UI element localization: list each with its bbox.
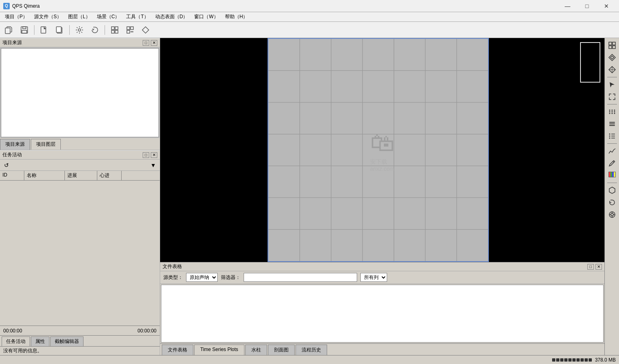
file-table-close[interactable]: ✕ xyxy=(595,264,602,270)
svg-rect-3 xyxy=(22,30,27,33)
status-dot-10 xyxy=(589,358,592,362)
maximize-button[interactable]: □ xyxy=(578,0,596,12)
app-title: QPS Qimera xyxy=(12,3,40,9)
status-dots xyxy=(552,358,592,362)
svg-line-57 xyxy=(613,162,614,163)
task-activity-header: 任务活动 □ ✕ xyxy=(0,150,160,160)
right-toolbar xyxy=(604,38,619,355)
tab-process-history[interactable]: 流程历史 xyxy=(296,345,327,355)
col-progress: 进展 xyxy=(65,171,97,180)
menu-help[interactable]: 帮助（H） xyxy=(222,12,251,21)
tab-project-source[interactable]: 项目来源 xyxy=(0,139,30,150)
left-status: 没有可用的信息。 xyxy=(0,346,160,355)
project-source-close[interactable]: ✕ xyxy=(151,40,157,46)
tab-file-table[interactable]: 文件表格 xyxy=(162,345,193,355)
task-refresh-btn[interactable]: ↺ xyxy=(2,161,11,170)
svg-point-40 xyxy=(611,110,613,111)
file-table-float[interactable]: □ xyxy=(587,264,594,270)
svg-rect-50 xyxy=(609,125,615,126)
tab-task-activity[interactable]: 任务活动 xyxy=(2,336,30,346)
menu-dynamic[interactable]: 动态表面（D） xyxy=(152,12,191,21)
viewport[interactable]: 🛍 安下载anxz.com xyxy=(160,38,604,262)
status-right: 378.0 MB xyxy=(552,357,616,363)
time-start: 00:00:00 xyxy=(3,328,22,334)
svg-marker-16 xyxy=(142,27,149,33)
status-bar: 378.0 MB xyxy=(0,355,619,364)
svg-rect-33 xyxy=(613,46,615,49)
rt-diamond-btn[interactable] xyxy=(606,52,618,63)
rt-dots2-btn[interactable] xyxy=(606,118,618,130)
rt-dots-btn[interactable] xyxy=(606,106,618,117)
task-table-header: ID 名称 进展 心进 xyxy=(0,171,160,181)
rt-link-btn[interactable] xyxy=(606,209,618,220)
menu-source[interactable]: 源文件（S） xyxy=(31,12,65,21)
toolbar-new[interactable] xyxy=(37,23,51,36)
status-dot-1 xyxy=(552,358,555,362)
rt-palette-btn[interactable] xyxy=(606,170,618,181)
toolbar-sep-1 xyxy=(34,25,34,35)
source-type-select[interactable]: 原始声纳 xyxy=(186,273,218,282)
toolbar-diamond[interactable] xyxy=(138,23,153,36)
toolbar-sep-3 xyxy=(105,25,105,35)
svg-rect-17 xyxy=(268,39,488,261)
rt-chart-btn[interactable] xyxy=(606,145,618,157)
task-menu-btn[interactable]: ▼ xyxy=(148,161,158,170)
svg-rect-6 xyxy=(56,27,61,32)
project-source-float[interactable]: □ xyxy=(143,40,149,46)
toolbar xyxy=(0,22,619,38)
rt-cross-btn[interactable] xyxy=(606,64,618,75)
tab-frame-editor[interactable]: 截帧编辑器 xyxy=(50,336,84,346)
status-text: 没有可用的信息。 xyxy=(3,348,42,353)
status-dot-2 xyxy=(556,358,559,362)
menu-window[interactable]: 窗口（W） xyxy=(191,12,221,21)
toolbar-grid[interactable] xyxy=(107,23,122,36)
tab-properties[interactable]: 属性 xyxy=(31,336,49,346)
status-dot-9 xyxy=(585,358,588,362)
tab-water-column[interactable]: 水柱 xyxy=(245,345,267,355)
svg-rect-49 xyxy=(609,123,615,124)
task-activity-float[interactable]: □ xyxy=(143,152,149,158)
toolbar-sep-2 xyxy=(69,25,70,35)
rt-pencil-btn[interactable] xyxy=(606,158,618,169)
task-table: ID 名称 进展 心进 xyxy=(0,171,160,326)
rt-dots3-btn[interactable] xyxy=(606,130,618,142)
columns-select[interactable]: 所有列 xyxy=(360,273,387,282)
tab-profile[interactable]: 剖面图 xyxy=(268,345,295,355)
toolbar-settings[interactable] xyxy=(72,23,87,36)
tab-time-series[interactable]: Time Series Plots xyxy=(194,345,244,355)
toolbar-open[interactable] xyxy=(2,23,16,36)
task-activity-controls: □ ✕ xyxy=(143,152,157,158)
status-dot-5 xyxy=(568,358,572,362)
rt-sep-2 xyxy=(607,104,617,104)
minimize-button[interactable]: — xyxy=(558,0,577,12)
menu-bar: 项目（P） 源文件（S） 图层（L） 场景（C） 工具（T） 动态表面（D） 窗… xyxy=(0,12,619,22)
rt-sep-1 xyxy=(607,77,617,77)
menu-project[interactable]: 项目（P） xyxy=(2,12,31,21)
svg-marker-63 xyxy=(609,187,615,194)
task-activity-close[interactable]: ✕ xyxy=(151,152,157,158)
toolbar-save[interactable] xyxy=(17,23,32,36)
toolbar-minus-grid[interactable] xyxy=(123,23,137,36)
menu-layer[interactable]: 图层（L） xyxy=(65,12,94,21)
file-table-panel: 文件表格 □ ✕ 源类型： 原始声纳 筛选器： 所有列 文件 xyxy=(160,262,604,355)
filter-input[interactable] xyxy=(244,273,357,282)
svg-point-55 xyxy=(609,138,610,139)
file-table-title: 文件表格 xyxy=(163,263,182,270)
project-tab-bar: 项目来源 项目图层 xyxy=(0,138,160,150)
tab-project-layer[interactable]: 项目图层 xyxy=(31,139,61,150)
status-dot-4 xyxy=(564,358,568,362)
toolbar-copy[interactable] xyxy=(52,23,67,36)
menu-tools[interactable]: 工具（T） xyxy=(123,12,152,21)
menu-scene[interactable]: 场景（C） xyxy=(94,12,123,21)
bottom-tab-bar: 文件表格 Time Series Plots 水柱 剖面图 流程历史 xyxy=(160,343,604,355)
rt-hex-btn[interactable] xyxy=(606,185,618,196)
svg-rect-4 xyxy=(41,27,46,33)
toolbar-refresh[interactable] xyxy=(88,23,102,36)
rt-undo-btn[interactable] xyxy=(606,197,618,208)
rt-sep-4 xyxy=(607,183,617,183)
close-button[interactable]: ✕ xyxy=(597,0,616,12)
rt-grid-btn[interactable] xyxy=(606,40,618,51)
rt-expand-btn[interactable] xyxy=(606,91,618,102)
rt-arrow-btn[interactable] xyxy=(606,79,618,90)
viewport-center-grid[interactable] xyxy=(268,38,489,262)
